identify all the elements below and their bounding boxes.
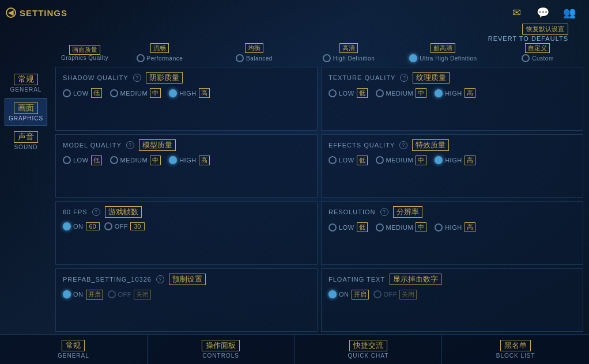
texture-low[interactable]: LOW 低 <box>329 88 368 98</box>
res-high[interactable]: HIGH 高 <box>435 222 475 232</box>
bottom-controls[interactable]: 操作面板 CONTROLS <box>148 335 295 364</box>
texture-info-icon[interactable]: ? <box>400 74 408 82</box>
fps-off[interactable]: OFF 30 <box>104 222 145 230</box>
perf-radio[interactable] <box>137 54 145 62</box>
prefab-off-radio[interactable] <box>108 290 116 298</box>
prefab-on-radio[interactable] <box>63 290 71 298</box>
revert-en-label[interactable]: REVERT TO DEFAULTS <box>9 35 568 42</box>
quality-custom[interactable]: 自定义 Custom <box>496 43 580 62</box>
chat-icon[interactable]: 💬 <box>533 4 553 21</box>
texture-medium[interactable]: MEDIUM 中 <box>376 88 427 98</box>
res-high-radio[interactable] <box>435 223 443 232</box>
res-low-cn: 低 <box>357 222 368 232</box>
texture-title-en: TEXTURE QUALITY <box>329 74 395 81</box>
eff-high-radio[interactable] <box>435 156 443 164</box>
effects-low[interactable]: LOW 低 <box>329 156 368 165</box>
quality-balanced[interactable]: 均衡 Balanced <box>212 43 296 62</box>
mdl-low-radio[interactable] <box>63 156 71 164</box>
prefab-on[interactable]: ON 开启 <box>63 290 103 299</box>
quality-uhd[interactable]: 超高清 Ultra High Definition <box>401 43 485 62</box>
tex-med-radio[interactable] <box>376 89 384 97</box>
shadow-medium[interactable]: MEDIUM 中 <box>110 88 161 98</box>
effects-info-icon[interactable]: ? <box>399 141 407 149</box>
bal-radio[interactable] <box>236 54 244 62</box>
bottom-bar: 常规 GENERAL 操作面板 CONTROLS 快捷交流 QUICK CHAT… <box>0 334 589 364</box>
tex-high-radio[interactable] <box>435 89 443 97</box>
mdl-high-cn: 高 <box>199 156 210 165</box>
prefab-off-cn: 关闭 <box>134 290 151 299</box>
model-high[interactable]: HIGH 高 <box>169 156 210 165</box>
header: ◀ SETTINGS ✉ 💬 👥 <box>0 0 589 23</box>
quality-hd[interactable]: 高清 High Definition <box>307 43 391 62</box>
back-button[interactable]: ◀ SETTINGS <box>6 7 67 18</box>
hd-radio[interactable] <box>323 54 331 62</box>
quality-performance[interactable]: 流畅 Performance <box>118 43 202 62</box>
res-low-radio[interactable] <box>329 223 337 232</box>
sidebar-item-graphics[interactable]: 画面 GRAPHICS <box>5 98 47 126</box>
bottom-blocklist[interactable]: 黑名单 BLOCK LIST <box>442 335 589 364</box>
eff-high-en: HIGH <box>445 157 462 164</box>
float-on[interactable]: ON 开启 <box>329 290 369 299</box>
sidebar-item-sound[interactable]: 声音 SOUND <box>5 128 47 154</box>
header-icons: ✉ 💬 👥 <box>506 4 580 21</box>
eff-med-radio[interactable] <box>376 156 384 164</box>
shadow-high[interactable]: HIGH 高 <box>169 88 210 98</box>
fps-on-radio[interactable] <box>63 222 71 230</box>
float-off[interactable]: OFF 关闭 <box>373 290 417 299</box>
fps-off-radio[interactable] <box>104 222 112 230</box>
effects-medium[interactable]: MEDIUM 中 <box>376 156 427 165</box>
model-info-icon[interactable]: ? <box>126 141 134 149</box>
model-medium[interactable]: MEDIUM 中 <box>110 156 161 165</box>
model-title-cn: 模型质量 <box>139 139 176 151</box>
bottom-blocklist-en: BLOCK LIST <box>496 352 535 359</box>
shadow-low-radio[interactable] <box>63 89 71 97</box>
custom-en: Custom <box>532 55 553 62</box>
mdl-med-radio[interactable] <box>110 156 118 164</box>
prefab-info-icon[interactable]: ? <box>156 275 164 283</box>
eff-low-en: LOW <box>339 157 354 164</box>
effects-high[interactable]: HIGH 高 <box>435 156 475 165</box>
mdl-high-radio[interactable] <box>169 156 177 164</box>
settings-title: SETTINGS <box>20 8 67 18</box>
model-low[interactable]: LOW 低 <box>63 156 102 165</box>
shadow-info-icon[interactable]: ? <box>133 74 141 82</box>
friends-icon[interactable]: 👥 <box>559 4 580 21</box>
mdl-med-cn: 中 <box>150 156 161 165</box>
bottom-controls-cn: 操作面板 <box>202 340 240 351</box>
res-med-cn: 中 <box>416 222 426 232</box>
res-high-cn: 高 <box>465 222 475 232</box>
texture-high[interactable]: HIGH 高 <box>435 88 475 98</box>
model-title-en: MODEL QUALITY <box>63 142 122 149</box>
res-low[interactable]: LOW 低 <box>329 222 368 232</box>
res-med-radio[interactable] <box>376 223 384 232</box>
shadow-med-radio[interactable] <box>110 89 118 97</box>
mdl-low-cn: 低 <box>91 156 102 165</box>
revert-cn-label[interactable]: 恢复默认设置 <box>522 24 568 35</box>
model-quality-block: MODEL QUALITY ? 模型质量 LOW 低 MEDIUM <box>55 134 318 198</box>
uhd-cn: 超高清 <box>431 43 455 53</box>
eff-low-radio[interactable] <box>329 156 337 164</box>
res-info-icon[interactable]: ? <box>380 208 388 216</box>
mail-icon[interactable]: ✉ <box>506 4 527 21</box>
sidebar-item-general[interactable]: 常规 GENERAL <box>5 70 47 96</box>
res-medium[interactable]: MEDIUM 中 <box>376 222 427 232</box>
custom-radio[interactable] <box>522 54 530 62</box>
float-off-radio[interactable] <box>373 290 382 298</box>
float-off-cn: 关闭 <box>399 290 417 299</box>
prefab-title-en: PREFAB_SETTING_10326 <box>63 276 152 283</box>
shadow-high-radio[interactable] <box>169 89 177 97</box>
float-on-radio[interactable] <box>329 290 337 298</box>
shadow-title-cn: 阴影质量 <box>146 72 183 84</box>
tex-low-radio[interactable] <box>329 89 337 97</box>
shadow-low[interactable]: LOW 低 <box>63 88 102 98</box>
shadow-title-en: SHADOW QUALITY <box>63 74 129 81</box>
prefab-off[interactable]: OFF 关闭 <box>108 290 152 299</box>
fps-info-icon[interactable]: ? <box>92 208 100 216</box>
bottom-quickchat[interactable]: 快捷交流 QUICK CHAT <box>295 335 443 364</box>
bottom-general[interactable]: 常规 GENERAL <box>0 335 148 364</box>
res-title-cn: 分辨率 <box>393 206 422 218</box>
resolution-block: RESOLUTION ? 分辨率 LOW 低 MEDIUM <box>321 201 583 265</box>
fps-on[interactable]: ON 60 <box>63 222 100 230</box>
custom-cn: 自定义 <box>525 43 550 53</box>
uhd-radio[interactable] <box>409 54 417 62</box>
